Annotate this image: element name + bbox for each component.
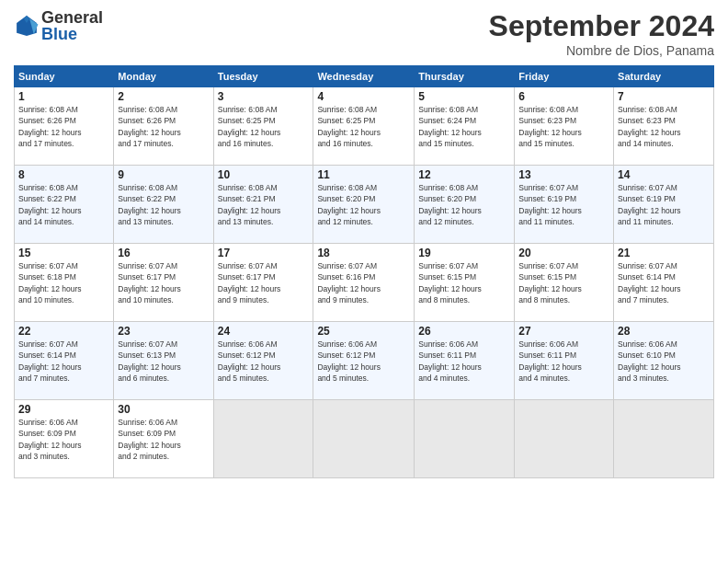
calendar-cell: 26 Sunrise: 6:06 AMSunset: 6:11 PMDaylig… (415, 322, 515, 400)
calendar-cell: 15 Sunrise: 6:07 AMSunset: 6:18 PMDaylig… (15, 244, 114, 322)
day-number: 19 (418, 247, 510, 259)
day-info: Sunrise: 6:08 AMSunset: 6:22 PMDaylight:… (118, 183, 181, 226)
day-number: 8 (18, 168, 109, 181)
day-number: 1 (18, 90, 109, 103)
day-number: 27 (518, 325, 609, 338)
calendar-week-5: 29 Sunrise: 6:06 AMSunset: 6:09 PMDaylig… (15, 400, 714, 478)
calendar-cell: 17 Sunrise: 6:07 AMSunset: 6:17 PMDaylig… (213, 244, 313, 322)
col-thursday: Thursday (415, 66, 515, 87)
day-number: 4 (317, 90, 410, 103)
col-friday: Friday (515, 66, 614, 87)
day-info: Sunrise: 6:07 AMSunset: 6:15 PMDaylight:… (418, 261, 482, 304)
day-info: Sunrise: 6:08 AMSunset: 6:24 PMDaylight:… (418, 105, 482, 148)
day-info: Sunrise: 6:07 AMSunset: 6:18 PMDaylight:… (18, 261, 82, 304)
day-info: Sunrise: 6:07 AMSunset: 6:16 PMDaylight:… (317, 261, 381, 304)
calendar-cell: 14 Sunrise: 6:07 AMSunset: 6:19 PMDaylig… (614, 166, 714, 244)
day-info: Sunrise: 6:06 AMSunset: 6:10 PMDaylight:… (618, 339, 681, 383)
day-info: Sunrise: 6:08 AMSunset: 6:23 PMDaylight:… (518, 105, 582, 148)
day-info: Sunrise: 6:06 AMSunset: 6:12 PMDaylight:… (317, 339, 381, 383)
calendar-cell: 22 Sunrise: 6:07 AMSunset: 6:14 PMDaylig… (15, 322, 114, 400)
calendar-cell: 9 Sunrise: 6:08 AMSunset: 6:22 PMDayligh… (114, 166, 213, 244)
day-number: 30 (118, 403, 209, 416)
calendar-cell (415, 400, 515, 478)
page: General Blue September 2024 Nombre de Di… (0, 0, 728, 563)
col-monday: Monday (114, 66, 213, 87)
day-number: 21 (618, 247, 710, 259)
day-info: Sunrise: 6:07 AMSunset: 6:14 PMDaylight:… (618, 261, 681, 304)
calendar-cell (213, 400, 313, 478)
day-info: Sunrise: 6:06 AMSunset: 6:09 PMDaylight:… (18, 418, 82, 461)
calendar-cell: 11 Sunrise: 6:08 AMSunset: 6:20 PMDaylig… (313, 166, 415, 244)
calendar-cell (515, 400, 614, 478)
day-number: 14 (618, 168, 710, 181)
day-info: Sunrise: 6:07 AMSunset: 6:14 PMDaylight:… (18, 339, 82, 383)
calendar-week-1: 1 Sunrise: 6:08 AMSunset: 6:26 PMDayligh… (15, 87, 714, 166)
calendar-cell: 8 Sunrise: 6:08 AMSunset: 6:22 PMDayligh… (15, 166, 114, 244)
day-info: Sunrise: 6:08 AMSunset: 6:23 PMDaylight:… (618, 105, 681, 148)
calendar-cell: 21 Sunrise: 6:07 AMSunset: 6:14 PMDaylig… (614, 244, 714, 322)
day-info: Sunrise: 6:06 AMSunset: 6:11 PMDaylight:… (418, 339, 482, 383)
calendar-cell: 19 Sunrise: 6:07 AMSunset: 6:15 PMDaylig… (415, 244, 515, 322)
calendar-cell: 20 Sunrise: 6:07 AMSunset: 6:15 PMDaylig… (515, 244, 614, 322)
day-number: 28 (618, 325, 710, 338)
day-number: 26 (418, 325, 510, 338)
day-info: Sunrise: 6:06 AMSunset: 6:09 PMDaylight:… (118, 418, 181, 461)
day-number: 10 (218, 168, 310, 181)
calendar-cell: 3 Sunrise: 6:08 AMSunset: 6:25 PMDayligh… (213, 87, 313, 166)
day-number: 22 (18, 325, 109, 338)
title-area: September 2024 Nombre de Dios, Panama (489, 9, 714, 58)
day-number: 5 (418, 90, 510, 103)
day-number: 6 (518, 90, 609, 103)
day-info: Sunrise: 6:08 AMSunset: 6:26 PMDaylight:… (118, 105, 181, 148)
calendar-week-4: 22 Sunrise: 6:07 AMSunset: 6:14 PMDaylig… (15, 322, 714, 400)
day-number: 13 (518, 168, 609, 181)
calendar-cell: 23 Sunrise: 6:07 AMSunset: 6:13 PMDaylig… (114, 322, 213, 400)
calendar-cell: 29 Sunrise: 6:06 AMSunset: 6:09 PMDaylig… (15, 400, 114, 478)
day-number: 15 (18, 247, 109, 259)
day-info: Sunrise: 6:07 AMSunset: 6:13 PMDaylight:… (118, 339, 181, 383)
day-info: Sunrise: 6:07 AMSunset: 6:17 PMDaylight:… (218, 261, 281, 304)
calendar-cell: 4 Sunrise: 6:08 AMSunset: 6:25 PMDayligh… (313, 87, 415, 166)
col-saturday: Saturday (614, 66, 714, 87)
logo-text: General Blue (41, 9, 103, 42)
day-info: Sunrise: 6:08 AMSunset: 6:25 PMDaylight:… (317, 105, 381, 148)
calendar-cell (614, 400, 714, 478)
calendar-week-3: 15 Sunrise: 6:07 AMSunset: 6:18 PMDaylig… (15, 244, 714, 322)
calendar-cell: 27 Sunrise: 6:06 AMSunset: 6:11 PMDaylig… (515, 322, 614, 400)
calendar-cell: 12 Sunrise: 6:08 AMSunset: 6:20 PMDaylig… (415, 166, 515, 244)
day-info: Sunrise: 6:08 AMSunset: 6:20 PMDaylight:… (317, 183, 381, 226)
day-number: 24 (218, 325, 310, 338)
header: General Blue September 2024 Nombre de Di… (14, 9, 714, 58)
day-info: Sunrise: 6:08 AMSunset: 6:22 PMDaylight:… (18, 183, 82, 226)
calendar-cell: 30 Sunrise: 6:06 AMSunset: 6:09 PMDaylig… (114, 400, 213, 478)
day-info: Sunrise: 6:06 AMSunset: 6:11 PMDaylight:… (518, 339, 582, 383)
day-info: Sunrise: 6:08 AMSunset: 6:25 PMDaylight:… (218, 105, 281, 148)
day-number: 3 (218, 90, 310, 103)
day-number: 25 (317, 325, 410, 338)
day-number: 2 (118, 90, 209, 103)
month-title: September 2024 (489, 9, 714, 43)
calendar-header: Sunday Monday Tuesday Wednesday Thursday… (15, 66, 714, 87)
header-row: Sunday Monday Tuesday Wednesday Thursday… (15, 66, 714, 87)
day-info: Sunrise: 6:07 AMSunset: 6:19 PMDaylight:… (518, 183, 582, 226)
day-number: 9 (118, 168, 209, 181)
calendar-body: 1 Sunrise: 6:08 AMSunset: 6:26 PMDayligh… (15, 87, 714, 478)
col-tuesday: Tuesday (213, 66, 313, 87)
day-info: Sunrise: 6:07 AMSunset: 6:17 PMDaylight:… (118, 261, 181, 304)
day-number: 17 (218, 247, 310, 259)
calendar-cell: 25 Sunrise: 6:06 AMSunset: 6:12 PMDaylig… (313, 322, 415, 400)
calendar-cell: 16 Sunrise: 6:07 AMSunset: 6:17 PMDaylig… (114, 244, 213, 322)
day-number: 23 (118, 325, 209, 338)
day-number: 20 (518, 247, 609, 259)
logo-icon (14, 13, 40, 39)
location-subtitle: Nombre de Dios, Panama (489, 43, 714, 58)
calendar-cell: 5 Sunrise: 6:08 AMSunset: 6:24 PMDayligh… (415, 87, 515, 166)
day-info: Sunrise: 6:07 AMSunset: 6:15 PMDaylight:… (518, 261, 582, 304)
day-number: 16 (118, 247, 209, 259)
day-number: 7 (618, 90, 710, 103)
calendar-cell: 1 Sunrise: 6:08 AMSunset: 6:26 PMDayligh… (15, 87, 114, 166)
calendar-cell: 24 Sunrise: 6:06 AMSunset: 6:12 PMDaylig… (213, 322, 313, 400)
calendar-cell (313, 400, 415, 478)
day-info: Sunrise: 6:08 AMSunset: 6:26 PMDaylight:… (18, 105, 82, 148)
calendar-cell: 10 Sunrise: 6:08 AMSunset: 6:21 PMDaylig… (213, 166, 313, 244)
